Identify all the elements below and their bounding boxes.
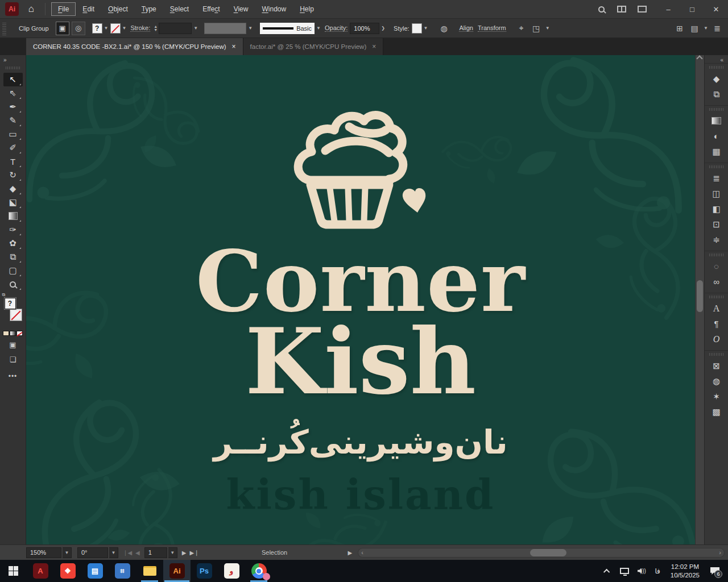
artboards-icon[interactable]: ⧉ <box>708 86 725 102</box>
brush-definition-dropdown[interactable] <box>204 23 246 34</box>
tools-grip[interactable] <box>6 66 20 69</box>
search-icon[interactable] <box>592 2 611 16</box>
eraser-tool[interactable]: ◆ <box>3 182 23 196</box>
arrange-icon[interactable]: ⊞ <box>672 22 687 35</box>
opentype-icon[interactable]: O <box>708 331 725 347</box>
control-bar-grip[interactable] <box>2 22 6 35</box>
pen-tool[interactable]: ✒ <box>3 100 23 114</box>
menu-file[interactable]: File <box>51 2 76 16</box>
scroll-left-icon[interactable]: ‹ <box>361 549 363 556</box>
stroke-swatch[interactable] <box>10 309 22 321</box>
horizontal-scroll-thumb[interactable] <box>530 549 566 556</box>
document-tab[interactable]: factor.ai* @ 25 % (CMYK/CPU Preview)× <box>243 38 384 55</box>
menu-effect[interactable]: Effect <box>196 2 226 16</box>
dock-icon[interactable]: ▤ <box>687 22 702 35</box>
graphic-styles-icon[interactable]: ▩ <box>708 404 725 419</box>
character-icon[interactable]: A <box>708 301 725 316</box>
eyedropper-tool[interactable]: ✑ <box>3 223 23 236</box>
pathfinder-icon[interactable]: ◧ <box>708 201 725 217</box>
selection-tool[interactable]: ↖ <box>3 73 23 86</box>
links-icon[interactable]: ∞ <box>708 274 725 289</box>
zoom-level-field[interactable]: 150% <box>26 547 61 558</box>
paragraph-icon[interactable]: ¶ <box>708 316 725 331</box>
stroke-weight-field[interactable] <box>159 23 192 34</box>
taskbar-calculator[interactable]: ⌗ <box>109 560 136 582</box>
edit-contents-button[interactable]: ◎ <box>72 22 85 35</box>
menu-help[interactable]: Help <box>293 2 321 16</box>
rectangle-tool[interactable]: ▭ <box>3 127 23 141</box>
swatches-icon[interactable]: ▦ <box>708 144 725 159</box>
hidden-icons-chevron[interactable] <box>600 560 615 582</box>
style-dropdown-icon[interactable]: ▼ <box>422 26 430 31</box>
vertical-scrollbar[interactable] <box>695 55 704 544</box>
panel-menu-icon[interactable]: ≣ <box>710 22 725 35</box>
scroll-up-icon[interactable] <box>696 55 702 61</box>
menu-view[interactable]: View <box>227 2 255 16</box>
transform-button[interactable]: Transform <box>478 24 506 32</box>
brush-dropdown-icon[interactable]: ▼ <box>246 26 254 31</box>
edit-toolbar-icon[interactable]: ••• <box>9 372 18 380</box>
start-button[interactable] <box>0 560 27 582</box>
magic-wand-icon[interactable]: ✶ <box>708 389 725 404</box>
home-icon[interactable]: ⌂ <box>23 2 39 16</box>
screen-mode-icon[interactable]: ❏ <box>3 353 23 365</box>
align-icon[interactable]: ◫ <box>708 186 725 201</box>
type-tool[interactable]: T <box>3 155 23 168</box>
align-button[interactable]: Align <box>459 24 473 32</box>
menu-type[interactable]: Type <box>135 2 163 16</box>
first-artboard-icon[interactable]: ❘◀ <box>123 550 132 556</box>
fill-swatch[interactable]: ? <box>5 298 16 309</box>
arrange-documents-icon[interactable] <box>612 2 631 16</box>
dock-dropdown-icon[interactable]: ▼ <box>702 26 710 31</box>
fill-dropdown-icon[interactable]: ▼ <box>102 26 110 31</box>
select-similar-icon[interactable]: ◳ <box>529 22 544 35</box>
language-indicator[interactable]: فا <box>651 567 663 575</box>
paintbrush-tool[interactable]: ✐ <box>3 141 23 155</box>
stroke-color-swatch[interactable] <box>110 23 121 34</box>
clock[interactable]: 12:02 PM 10/5/2025 <box>666 563 704 580</box>
dock-collapse-icon[interactable]: « <box>720 55 728 63</box>
canvas[interactable]: Corner Kish نان‌وشیرینی‌کُرنــر kish isl… <box>26 55 695 544</box>
stroke-style-dropdown[interactable]: Basic <box>260 23 315 34</box>
opacity-field[interactable]: 100% <box>350 23 379 34</box>
opacity-expand-icon[interactable]: ❯ <box>379 26 387 31</box>
menu-edit[interactable]: Edit <box>76 2 101 16</box>
taskbar-anydesk[interactable]: ❖ <box>54 560 81 582</box>
taskbar-file-explorer[interactable] <box>136 560 163 582</box>
workspace-switcher-icon[interactable] <box>632 2 652 16</box>
stroke-label[interactable]: Stroke: <box>130 24 150 32</box>
tab-close-icon[interactable]: × <box>372 43 376 51</box>
menu-object[interactable]: Object <box>101 2 135 16</box>
stroke-weight-stepper[interactable]: ▲▼ <box>154 25 158 32</box>
menu-select[interactable]: Select <box>163 2 196 16</box>
stroke-icon[interactable]: ≣ <box>708 171 725 186</box>
gradient-icon[interactable] <box>708 113 725 128</box>
image-trace-icon[interactable]: ◌ <box>708 259 725 274</box>
previous-artboard-icon[interactable]: ◀ <box>135 550 140 556</box>
style-swatch[interactable] <box>412 23 422 34</box>
taskbar-photoshop[interactable]: Ps <box>191 560 218 582</box>
horizontal-scrollbar[interactable]: ‹ › <box>358 548 725 558</box>
artboard-number-field[interactable]: 1 <box>144 547 167 558</box>
edit-clipping-path-button[interactable]: ▣ <box>56 22 69 35</box>
swap-fill-stroke-icon[interactable]: ⧉ <box>2 292 6 298</box>
taskbar-persian-word-app[interactable]: و <box>218 560 245 582</box>
curvature-tool[interactable]: ✎ <box>3 114 23 127</box>
artboard-dropdown-icon[interactable]: ▼ <box>168 547 177 558</box>
draw-mode-icon[interactable]: ▣ <box>3 338 23 351</box>
fill-color-swatch[interactable]: ? <box>92 23 102 34</box>
color-icon[interactable]: ◐ <box>708 128 725 144</box>
action-center-icon[interactable]: 6 <box>706 560 723 582</box>
transform-icon[interactable]: ⊡ <box>708 217 725 232</box>
taskbar-acrobat[interactable]: A <box>27 560 54 582</box>
zoom-dropdown-icon[interactable]: ▼ <box>63 547 72 558</box>
select-similar-dropdown-icon[interactable]: ▼ <box>544 26 552 31</box>
status-menu-icon[interactable]: ▶ <box>348 550 353 556</box>
direct-selection-tool[interactable]: ⇖ <box>3 86 23 100</box>
symbols-icon[interactable]: ⊠ <box>708 358 725 373</box>
rotate-tool[interactable]: ↻ <box>3 168 23 182</box>
taskbar-illustrator[interactable]: Ai <box>163 560 191 582</box>
symbol-sprayer-tool[interactable]: ✿ <box>3 236 23 250</box>
rotation-field[interactable]: 0° <box>77 547 108 558</box>
rotation-dropdown-icon[interactable]: ▼ <box>109 547 118 558</box>
